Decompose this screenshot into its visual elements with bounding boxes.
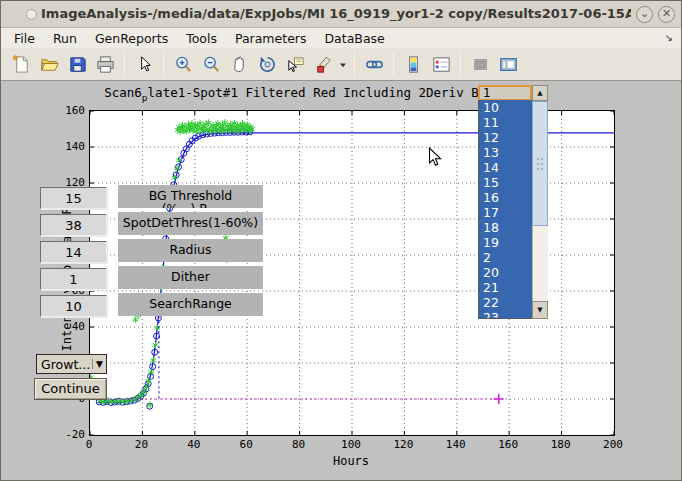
pan-button[interactable]: [226, 51, 252, 77]
spot-number-list: 10111213141516171819220212223: [478, 100, 532, 319]
open-file-icon: [39, 54, 60, 75]
menu-item-parameters[interactable]: Parameters: [226, 29, 316, 48]
scroll-up-button[interactable]: ▲: [532, 85, 548, 101]
menu-overflow-icon[interactable]: ↘: [665, 32, 673, 43]
x-tick-label: 40: [177, 438, 211, 451]
toolbar-separator: [460, 52, 461, 76]
scrollbar-thumb[interactable]: [532, 101, 548, 226]
dropdown-item[interactable]: 19: [479, 235, 532, 250]
new-document-button[interactable]: [8, 51, 34, 77]
dropdown-item[interactable]: 2: [479, 250, 532, 265]
dropdown-item[interactable]: 15: [479, 175, 532, 190]
scroll-down-button[interactable]: ▼: [532, 301, 548, 319]
menu-item-database[interactable]: DataBase: [315, 29, 393, 48]
hide-plot-tools-icon: [470, 54, 491, 75]
zoom-out-icon: [201, 54, 222, 75]
dropdown-item[interactable]: 10: [479, 100, 532, 115]
bg-threshold-label-subtext: (%...) R...: [118, 202, 263, 208]
radius-label-text: Radius: [118, 243, 263, 256]
shade-window-button[interactable]: ⌄: [636, 6, 653, 23]
menu-item-genreports[interactable]: GenReports: [86, 29, 177, 48]
zoom-in-icon: [173, 54, 194, 75]
radius-input[interactable]: [40, 241, 107, 263]
dither-input[interactable]: [40, 268, 107, 290]
spot-det-thres-label[interactable]: SpotDetThres(1-60%): [118, 212, 263, 235]
save-icon: [67, 54, 88, 75]
pointer-button[interactable]: [131, 51, 157, 77]
plot-title-pre: Scan6: [104, 85, 142, 100]
x-tick-label: 180: [544, 438, 578, 451]
link-plots-button[interactable]: [361, 51, 387, 77]
data-cursor-button[interactable]: [282, 51, 308, 77]
print-icon: [95, 54, 116, 75]
title-bar[interactable]: ImageAnalysis-/media/data/ExpJobs/MI 16_…: [1, 1, 681, 28]
dropdown-item[interactable]: 12: [479, 130, 532, 145]
spot-number-selected[interactable]: 1: [478, 85, 532, 101]
y-tick-label: 160: [39, 104, 85, 117]
x-tick-label: 160: [491, 438, 525, 451]
dropdown-item[interactable]: 14: [479, 160, 532, 175]
plot-title: Scan6plate1-Spot#1 Filtered Red Includin…: [89, 85, 509, 103]
plot-title-post: late1-Spot#1 Filtered Red Including 2Der…: [148, 85, 494, 100]
dropdown-item[interactable]: 11: [479, 115, 532, 130]
open-file-button[interactable]: [36, 51, 62, 77]
dropdown-item[interactable]: 21: [479, 280, 532, 295]
continue-button[interactable]: Continue: [34, 378, 107, 400]
dropdown-item[interactable]: 17: [479, 205, 532, 220]
show-plot-tools-button[interactable]: [495, 51, 521, 77]
x-tick-label: 140: [439, 438, 473, 451]
spot-det-thres-input[interactable]: [40, 214, 107, 236]
rotate-3d-icon: [257, 54, 278, 75]
bg-threshold-label[interactable]: BG Threshold(%...) R...: [118, 185, 263, 208]
growth-mode-dropdown[interactable]: Growt... ▼: [36, 354, 107, 374]
print-button[interactable]: [92, 51, 118, 77]
y-tick-label: 140: [39, 140, 85, 153]
dither-label-text: Dither: [118, 270, 263, 283]
toolbar-separator: [124, 52, 125, 76]
menu-bar: FileRunGenReportsToolsParametersDataBase: [1, 28, 681, 48]
y-tick-label: -20: [39, 428, 85, 441]
pan-icon: [229, 54, 250, 75]
close-window-button[interactable]: ✕: [658, 6, 675, 23]
insert-colorbar-button[interactable]: [400, 51, 426, 77]
dropdown-item[interactable]: 13: [479, 145, 532, 160]
application-window: ImageAnalysis-/media/data/ExpJobs/MI 16_…: [0, 0, 682, 481]
menu-item-tools[interactable]: Tools: [177, 29, 226, 48]
menu-item-file[interactable]: File: [5, 29, 44, 48]
bg-threshold-input[interactable]: [40, 187, 107, 209]
dropdown-item[interactable]: 22: [479, 295, 532, 310]
dropdown-item[interactable]: 18: [479, 220, 532, 235]
brush-menu-caret-button[interactable]: [338, 51, 348, 77]
baseline-threshold: [90, 394, 504, 404]
search-range-label-text: SearchRange: [118, 297, 263, 310]
pointer-icon: [134, 54, 155, 75]
x-axis-label: Hours: [301, 454, 401, 468]
rotate-3d-button[interactable]: [254, 51, 280, 77]
dropdown-item[interactable]: 20: [479, 265, 532, 280]
dither-label[interactable]: Dither: [118, 266, 263, 289]
zoom-in-button[interactable]: [170, 51, 196, 77]
zoom-out-button[interactable]: [198, 51, 224, 77]
window-menu-icon[interactable]: [26, 9, 37, 20]
insert-legend-button[interactable]: [428, 51, 454, 77]
brush-icon: [313, 54, 334, 75]
window-title: ImageAnalysis-/media/data/ExpJobs/MI 16_…: [41, 6, 631, 21]
growth-mode-dropdown-label: Growt...: [37, 357, 92, 372]
brush-button[interactable]: [310, 51, 336, 77]
link-plots-icon: [364, 54, 385, 75]
save-button[interactable]: [64, 51, 90, 77]
x-tick-label: 80: [282, 438, 316, 451]
x-tick-label: 100: [334, 438, 368, 451]
dropdown-item[interactable]: 23: [479, 310, 532, 319]
search-range-input[interactable]: [40, 295, 107, 317]
insert-colorbar-icon: [403, 54, 424, 75]
search-range-label[interactable]: SearchRange: [118, 293, 263, 316]
data-cursor-icon: [285, 54, 306, 75]
measured-asterisks: [90, 119, 255, 408]
insert-legend-icon: [431, 54, 452, 75]
dropdown-item[interactable]: 16: [479, 190, 532, 205]
menu-item-run[interactable]: Run: [44, 29, 86, 48]
show-plot-tools-icon: [498, 54, 519, 75]
hide-plot-tools-button[interactable]: [467, 51, 493, 77]
radius-label[interactable]: Radius: [118, 239, 263, 262]
